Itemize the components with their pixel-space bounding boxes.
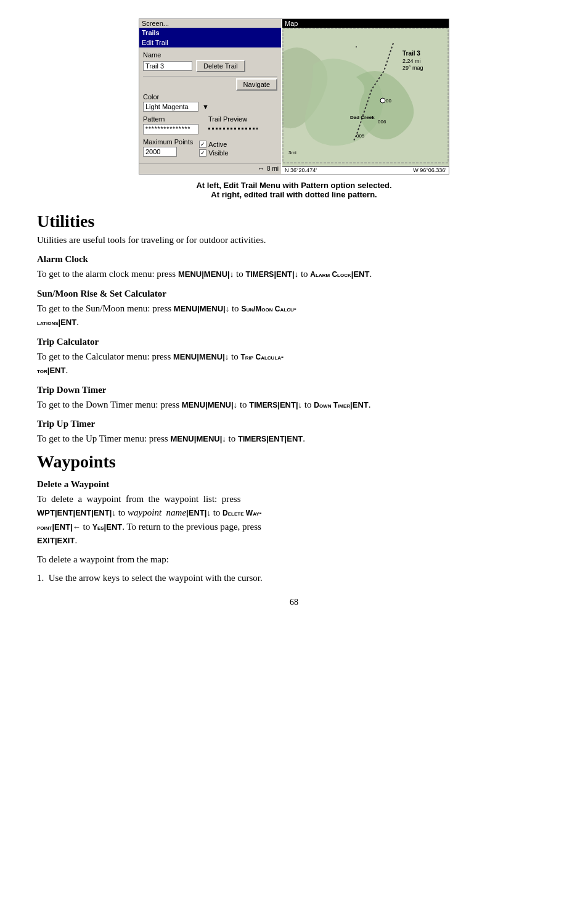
trip-down-title: Trip Down Timer (37, 385, 551, 395)
scale-value: 8 mi (267, 165, 279, 172)
left-panel-bottom-bar: ↔ 8 mi (139, 163, 281, 173)
map-svg: Trail 3 2.24 mi 29° mag 00 Dad Creek 006… (282, 28, 449, 163)
caption-line1: At left, Edit Trail Menu with Pattern op… (37, 181, 551, 190)
visible-checkbox[interactable]: ✓ (199, 149, 206, 157)
delete-waypoint-para2: To delete a waypoint from the map: (37, 553, 551, 567)
coords-w: W 96°06.336' (413, 167, 446, 173)
name-label: Name (143, 51, 277, 59)
waypoints-list: 1. Use the arrow keys to select the wayp… (37, 571, 551, 585)
left-right-arrow-icon: ↔ (258, 165, 264, 172)
trail-preview-label: Trail Preview (208, 115, 247, 123)
pattern-dots[interactable]: *************** (143, 124, 198, 134)
delete-waypoint-para1: To delete a waypoint from the waypoint l… (37, 492, 551, 548)
map-header: Map (282, 19, 449, 28)
max-points-col: Maximum Points 2000 (143, 138, 193, 157)
trail-name-input[interactable]: Trail 3 (143, 61, 192, 71)
screenshot-area: Screen... Trails Edit Trail Name Trail 3… (37, 19, 551, 175)
utilities-title: Utilities (37, 212, 551, 231)
trail-label: Trail 3 (402, 50, 420, 57)
edit-trail-header: Edit Trail (139, 38, 281, 47)
visible-label: Visible (208, 149, 228, 157)
coords-n: N 36°20.474' (285, 167, 317, 173)
active-label: Active (208, 141, 227, 148)
svg-text:Dad Creek: Dad Creek (350, 115, 375, 120)
max-points-label: Maximum Points (143, 138, 193, 146)
color-field-row: Light Magenta ▼ (143, 102, 277, 112)
active-checkbox[interactable]: ✓ (199, 141, 206, 148)
alarm-clock-title: Alarm Clock (37, 254, 551, 265)
svg-text:3mi: 3mi (288, 150, 296, 155)
color-label: Color (143, 93, 277, 101)
utilities-intro: Utilities are useful tools for traveling… (37, 235, 551, 245)
trail-preview-line (208, 128, 258, 130)
dropdown-arrow-icon[interactable]: ▼ (202, 103, 209, 110)
top-nav-row: Screen... (139, 19, 281, 28)
page-number: 68 (37, 598, 551, 607)
trip-calc-text: To get to the Calculator menu: press MEN… (37, 350, 551, 377)
checkboxes: ✓ Active ✓ Visible (199, 138, 228, 157)
bearing-label: 29° mag (402, 65, 423, 71)
caption: At left, Edit Trail Menu with Pattern op… (37, 181, 551, 199)
pattern-col: Pattern *************** (143, 115, 205, 134)
screen-menu-item[interactable]: Screen... (142, 20, 169, 27)
svg-text:00: 00 (386, 98, 391, 104)
delete-trail-button[interactable]: Delete Trail (196, 60, 245, 72)
sun-moon-title: Sun/Moon Rise & Set Calculator (37, 289, 551, 299)
navigate-button[interactable]: Navigate (236, 78, 277, 91)
active-checkbox-row: ✓ Active (199, 141, 228, 148)
edit-trail-content: Name Trail 3 Delete Trail Navigate Color… (139, 47, 281, 163)
trip-calc-title: Trip Calculator (37, 337, 551, 347)
ui-panels: Screen... Trails Edit Trail Name Trail 3… (139, 19, 449, 175)
visible-checkbox-row: ✓ Visible (199, 149, 228, 157)
caption-line2: At right, edited trail with dotted line … (37, 190, 551, 199)
color-select[interactable]: Light Magenta (143, 102, 198, 112)
trip-up-text: To get to the Up Timer menu: press MENU|… (37, 432, 551, 446)
left-panel: Screen... Trails Edit Trail Name Trail 3… (139, 19, 281, 174)
map-footer: N 36°20.474' W 96°06.336' (282, 166, 449, 174)
name-field-row: Trail 3 Delete Trail (143, 60, 277, 72)
trip-down-text: To get to the Down Timer menu: press MEN… (37, 398, 551, 412)
max-points-section: Maximum Points 2000 ✓ Active ✓ Visible (143, 138, 277, 157)
trail-preview-area: Trail Preview (208, 115, 258, 130)
right-panel: Map Trail 3 2.24 mi 29° mag 00 (282, 19, 449, 174)
delete-waypoint-title: Delete a Waypoint (37, 479, 551, 490)
trip-up-title: Trip Up Timer (37, 419, 551, 429)
list-item-1: 1. Use the arrow keys to select the wayp… (37, 571, 551, 585)
svg-text:006: 006 (378, 119, 386, 125)
divider-1 (143, 76, 277, 76)
svg-point-2 (380, 98, 385, 103)
distance-label: 2.24 mi (402, 58, 421, 64)
pattern-section: Pattern *************** Trail Preview (143, 115, 277, 134)
pattern-label: Pattern (143, 115, 205, 123)
svg-text:005: 005 (356, 133, 365, 139)
waypoints-title: Waypoints (37, 452, 551, 472)
trails-header: Trails (139, 28, 281, 38)
alarm-clock-text: To get to the alarm clock menu: press ME… (37, 267, 551, 281)
max-points-input[interactable]: 2000 (143, 147, 177, 157)
sun-moon-text: To get to the Sun/Moon menu: press MENU|… (37, 302, 551, 329)
